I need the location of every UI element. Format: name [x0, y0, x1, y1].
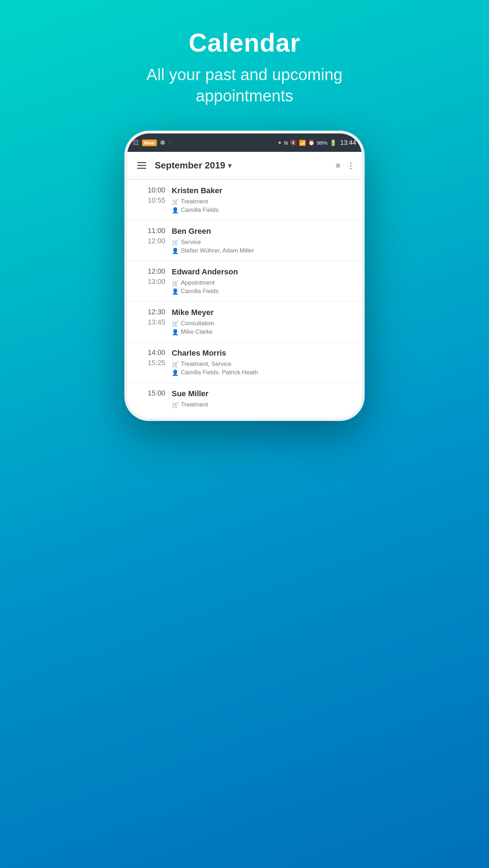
time-end: 12:00 — [148, 237, 165, 245]
client-name: Charles Morris — [172, 349, 356, 358]
more-options-icon[interactable]: ⋮ — [347, 161, 355, 171]
page-subtitle: All your past and upcomingappointments — [147, 64, 343, 107]
time-end: 13:00 — [148, 278, 165, 286]
client-name: Sue Miller — [172, 389, 356, 398]
service-label: Consultation — [181, 320, 214, 327]
time-start: 12:00 — [148, 267, 165, 275]
time-start: 12:30 — [148, 308, 165, 316]
wifi-icon: 📶 — [299, 139, 306, 146]
appt-time: 14:00 15:25 — [133, 349, 172, 376]
appointment-item[interactable]: 14:00 15:25 Charles Morris 🛒 Treatment, … — [127, 342, 362, 383]
appointment-item[interactable]: 12:00 13:00 Edward Anderson 🛒 Appointmen… — [127, 261, 362, 302]
appt-details: Mike Meyer 🛒 Consultation 👤 Mike Clarke — [172, 308, 356, 335]
service-label: Treatment — [181, 401, 208, 408]
hamburger-line-3 — [137, 168, 146, 169]
time-start: 15:00 — [148, 389, 165, 397]
time-start: 10:00 — [148, 186, 165, 194]
time-end: 10:55 — [148, 196, 165, 204]
staff-name: Mike Clarke — [181, 328, 213, 335]
app-toolbar: September 2019 ▾ ≡ ⋮ — [127, 152, 362, 179]
appt-time: 10:00 10:55 — [133, 186, 172, 214]
service-type: 🛒 Treatment — [172, 401, 356, 408]
service-type: 🛒 Treatment, Service — [172, 361, 356, 368]
appointment-item[interactable]: 15:00 Sue Miller 🛒 Treatment — [127, 383, 362, 418]
month-label: September 2019 — [155, 160, 225, 171]
appointment-item[interactable]: 10:00 10:55 Kristen Baker 🛒 Treatment 👤 … — [127, 179, 362, 220]
mute-icon: 🔇 — [290, 139, 297, 146]
status-dots: ·· — [169, 139, 173, 146]
client-name: Mike Meyer — [172, 308, 356, 317]
service-type: 🛒 Treatment — [172, 198, 356, 205]
time-start: 14:00 — [148, 349, 165, 357]
nfc-icon: N — [284, 140, 288, 146]
status-bar: 🖼 Wear ✱ ·· ✦ N 🔇 📶 ⏰ 99% 🔋 13:44 — [127, 133, 362, 152]
battery-icon: 🔋 — [330, 139, 337, 146]
service-type: 🛒 Appointment — [172, 279, 356, 286]
staff-info: 👤 Camilla Fields — [172, 207, 356, 214]
page-header: Calendar All your past and upcomingappoi… — [147, 28, 343, 107]
staff-icon: 👤 — [172, 329, 179, 335]
appointment-item[interactable]: 12:30 13:45 Mike Meyer 🛒 Consultation 👤 … — [127, 302, 362, 342]
staff-icon: 👤 — [172, 288, 179, 295]
appointment-item[interactable]: 11:00 12:00 Ben Green 🛒 Service 👤 Stefan… — [127, 220, 362, 261]
bluetooth-icon: ✦ — [277, 139, 282, 146]
time-end: 13:45 — [148, 318, 165, 326]
hamburger-menu-button[interactable] — [134, 159, 149, 172]
service-icon: 🛒 — [172, 361, 179, 368]
network-icon: ✱ — [160, 138, 166, 147]
appt-details: Kristen Baker 🛒 Treatment 👤 Camilla Fiel… — [172, 186, 356, 214]
service-label: Treatment — [181, 198, 208, 205]
appt-time: 12:00 13:00 — [133, 267, 172, 295]
toolbar-right-actions: ≡ ⋮ — [336, 161, 355, 171]
appt-details: Ben Green 🛒 Service 👤 Stefan Wührer, Ada… — [172, 227, 356, 254]
page-title: Calendar — [147, 28, 343, 57]
staff-icon: 👤 — [172, 207, 179, 214]
phone-mockup: 🖼 Wear ✱ ·· ✦ N 🔇 📶 ⏰ 99% 🔋 13:44 Septem… — [124, 131, 365, 421]
appt-details: Edward Anderson 🛒 Appointment 👤 Camilla … — [172, 267, 356, 295]
appt-time: 12:30 13:45 — [133, 308, 172, 335]
staff-name: Camilla Fields — [181, 207, 219, 214]
hamburger-line-2 — [137, 165, 146, 166]
client-name: Kristen Baker — [172, 186, 356, 195]
service-icon: 🛒 — [172, 198, 179, 205]
client-name: Edward Anderson — [172, 267, 356, 277]
hamburger-line-1 — [137, 162, 146, 163]
time-end: 15:25 — [148, 359, 165, 367]
service-label: Service — [181, 239, 201, 246]
status-time: 13:44 — [340, 139, 356, 147]
appt-details: Sue Miller 🛒 Treatment — [172, 389, 356, 412]
appt-time: 11:00 12:00 — [133, 227, 172, 254]
service-type: 🛒 Consultation — [172, 320, 356, 327]
battery-percent: 99% — [317, 140, 328, 146]
toolbar-month-selector[interactable]: September 2019 ▾ — [155, 160, 336, 171]
appt-time: 15:00 — [133, 389, 172, 412]
staff-icon: 👤 — [172, 248, 179, 254]
client-name: Ben Green — [172, 227, 356, 236]
service-icon: 🛒 — [172, 239, 179, 246]
staff-info: 👤 Stefan Wührer, Adam Miller — [172, 247, 356, 254]
service-label: Treatment, Service — [181, 361, 231, 368]
service-icon: 🛒 — [172, 402, 179, 408]
chevron-down-icon: ▾ — [228, 161, 231, 170]
staff-name: Camilla Fields, Patrick Heath — [181, 369, 258, 376]
time-start: 11:00 — [148, 227, 165, 235]
image-icon: 🖼 — [133, 139, 139, 147]
staff-info: 👤 Camilla Fields — [172, 288, 356, 295]
appt-details: Charles Morris 🛒 Treatment, Service 👤 Ca… — [172, 349, 356, 376]
alarm-icon: ⏰ — [308, 139, 315, 146]
service-type: 🛒 Service — [172, 239, 356, 246]
status-bar-left: 🖼 Wear ✱ ·· — [133, 138, 173, 147]
service-icon: 🛒 — [172, 280, 179, 286]
filter-icon[interactable]: ≡ — [336, 161, 340, 170]
staff-name: Stefan Wührer, Adam Miller — [181, 247, 254, 254]
staff-info: 👤 Mike Clarke — [172, 328, 356, 335]
staff-icon: 👤 — [172, 369, 179, 376]
status-bar-right: ✦ N 🔇 📶 ⏰ 99% 🔋 13:44 — [277, 139, 356, 147]
staff-info: 👤 Camilla Fields, Patrick Heath — [172, 369, 356, 376]
staff-name: Camilla Fields — [181, 288, 219, 295]
service-label: Appointment — [181, 279, 214, 286]
wear-badge: Wear — [142, 139, 157, 146]
calendar-list: 10:00 10:55 Kristen Baker 🛒 Treatment 👤 … — [127, 179, 362, 418]
service-icon: 🛒 — [172, 320, 179, 327]
